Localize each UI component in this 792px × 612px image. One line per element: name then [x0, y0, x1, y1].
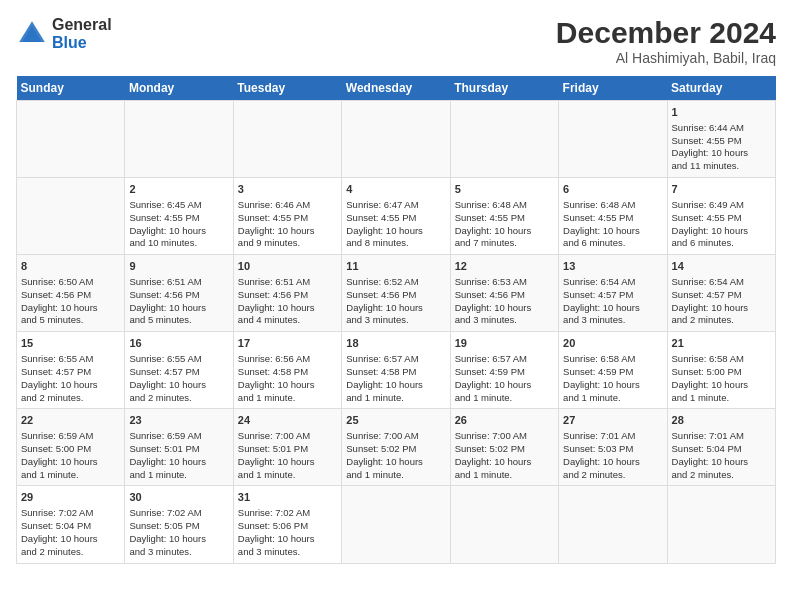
calendar-cell: 9Sunrise: 6:51 AMSunset: 4:56 PMDaylight…: [125, 255, 233, 332]
day-number: 11: [346, 259, 445, 274]
location: Al Hashimiyah, Babil, Iraq: [556, 50, 776, 66]
calendar-cell: 14Sunrise: 6:54 AMSunset: 4:57 PMDayligh…: [667, 255, 775, 332]
day-header-monday: Monday: [125, 76, 233, 101]
calendar-cell: [233, 101, 341, 178]
calendar-cell: 11Sunrise: 6:52 AMSunset: 4:56 PMDayligh…: [342, 255, 450, 332]
day-number: 19: [455, 336, 554, 351]
week-row-2: 2Sunrise: 6:45 AMSunset: 4:55 PMDaylight…: [17, 178, 776, 255]
day-number: 30: [129, 490, 228, 505]
calendar-cell: 21Sunrise: 6:58 AMSunset: 5:00 PMDayligh…: [667, 332, 775, 409]
day-number: 24: [238, 413, 337, 428]
day-header-friday: Friday: [559, 76, 667, 101]
title-block: December 2024 Al Hashimiyah, Babil, Iraq: [556, 16, 776, 66]
calendar-cell: 4Sunrise: 6:47 AMSunset: 4:55 PMDaylight…: [342, 178, 450, 255]
calendar-cell: 12Sunrise: 6:53 AMSunset: 4:56 PMDayligh…: [450, 255, 558, 332]
day-number: 4: [346, 182, 445, 197]
day-number: 12: [455, 259, 554, 274]
header-row: SundayMondayTuesdayWednesdayThursdayFrid…: [17, 76, 776, 101]
calendar-cell: 24Sunrise: 7:00 AMSunset: 5:01 PMDayligh…: [233, 409, 341, 486]
calendar-cell: 8Sunrise: 6:50 AMSunset: 4:56 PMDaylight…: [17, 255, 125, 332]
calendar-cell: 10Sunrise: 6:51 AMSunset: 4:56 PMDayligh…: [233, 255, 341, 332]
calendar-cell: 28Sunrise: 7:01 AMSunset: 5:04 PMDayligh…: [667, 409, 775, 486]
calendar-cell: [17, 178, 125, 255]
day-number: 22: [21, 413, 120, 428]
calendar-cell: 3Sunrise: 6:46 AMSunset: 4:55 PMDaylight…: [233, 178, 341, 255]
day-number: 23: [129, 413, 228, 428]
calendar-cell: 17Sunrise: 6:56 AMSunset: 4:58 PMDayligh…: [233, 332, 341, 409]
day-number: 20: [563, 336, 662, 351]
calendar-cell: 13Sunrise: 6:54 AMSunset: 4:57 PMDayligh…: [559, 255, 667, 332]
calendar-page: General Blue December 2024 Al Hashimiyah…: [0, 0, 792, 612]
day-number: 27: [563, 413, 662, 428]
day-number: 6: [563, 182, 662, 197]
calendar-cell: 6Sunrise: 6:48 AMSunset: 4:55 PMDaylight…: [559, 178, 667, 255]
week-row-6: 29Sunrise: 7:02 AMSunset: 5:04 PMDayligh…: [17, 486, 776, 563]
logo-icon: [16, 18, 48, 50]
day-number: 5: [455, 182, 554, 197]
calendar-cell: 1Sunrise: 6:44 AMSunset: 4:55 PMDaylight…: [667, 101, 775, 178]
week-row-4: 15Sunrise: 6:55 AMSunset: 4:57 PMDayligh…: [17, 332, 776, 409]
day-header-tuesday: Tuesday: [233, 76, 341, 101]
header: General Blue December 2024 Al Hashimiyah…: [16, 16, 776, 66]
day-number: 25: [346, 413, 445, 428]
day-number: 16: [129, 336, 228, 351]
logo: General Blue: [16, 16, 112, 51]
calendar-cell: 25Sunrise: 7:00 AMSunset: 5:02 PMDayligh…: [342, 409, 450, 486]
calendar-cell: 19Sunrise: 6:57 AMSunset: 4:59 PMDayligh…: [450, 332, 558, 409]
day-number: 28: [672, 413, 771, 428]
calendar-cell: [17, 101, 125, 178]
calendar-cell: 20Sunrise: 6:58 AMSunset: 4:59 PMDayligh…: [559, 332, 667, 409]
day-number: 18: [346, 336, 445, 351]
week-row-3: 8Sunrise: 6:50 AMSunset: 4:56 PMDaylight…: [17, 255, 776, 332]
week-row-5: 22Sunrise: 6:59 AMSunset: 5:00 PMDayligh…: [17, 409, 776, 486]
day-number: 17: [238, 336, 337, 351]
logo-blue: Blue: [52, 34, 112, 52]
calendar-cell: 29Sunrise: 7:02 AMSunset: 5:04 PMDayligh…: [17, 486, 125, 563]
calendar-cell: 31Sunrise: 7:02 AMSunset: 5:06 PMDayligh…: [233, 486, 341, 563]
day-number: 15: [21, 336, 120, 351]
day-number: 3: [238, 182, 337, 197]
day-number: 7: [672, 182, 771, 197]
day-number: 13: [563, 259, 662, 274]
day-number: 14: [672, 259, 771, 274]
day-header-sunday: Sunday: [17, 76, 125, 101]
day-number: 2: [129, 182, 228, 197]
calendar-cell: [559, 101, 667, 178]
calendar-cell: 22Sunrise: 6:59 AMSunset: 5:00 PMDayligh…: [17, 409, 125, 486]
calendar-cell: [450, 486, 558, 563]
calendar-table: SundayMondayTuesdayWednesdayThursdayFrid…: [16, 76, 776, 564]
calendar-cell: 23Sunrise: 6:59 AMSunset: 5:01 PMDayligh…: [125, 409, 233, 486]
calendar-cell: 27Sunrise: 7:01 AMSunset: 5:03 PMDayligh…: [559, 409, 667, 486]
calendar-cell: 2Sunrise: 6:45 AMSunset: 4:55 PMDaylight…: [125, 178, 233, 255]
day-number: 21: [672, 336, 771, 351]
calendar-cell: [342, 101, 450, 178]
logo-text: General Blue: [52, 16, 112, 51]
day-number: 29: [21, 490, 120, 505]
calendar-cell: [450, 101, 558, 178]
calendar-cell: [667, 486, 775, 563]
calendar-cell: [125, 101, 233, 178]
calendar-cell: 26Sunrise: 7:00 AMSunset: 5:02 PMDayligh…: [450, 409, 558, 486]
calendar-cell: 7Sunrise: 6:49 AMSunset: 4:55 PMDaylight…: [667, 178, 775, 255]
day-header-saturday: Saturday: [667, 76, 775, 101]
month-title: December 2024: [556, 16, 776, 50]
day-header-wednesday: Wednesday: [342, 76, 450, 101]
logo-general: General: [52, 16, 112, 34]
day-number: 1: [672, 105, 771, 120]
calendar-cell: [559, 486, 667, 563]
day-number: 10: [238, 259, 337, 274]
calendar-cell: [342, 486, 450, 563]
day-number: 9: [129, 259, 228, 274]
week-row-1: 1Sunrise: 6:44 AMSunset: 4:55 PMDaylight…: [17, 101, 776, 178]
day-number: 26: [455, 413, 554, 428]
calendar-cell: 16Sunrise: 6:55 AMSunset: 4:57 PMDayligh…: [125, 332, 233, 409]
calendar-cell: 5Sunrise: 6:48 AMSunset: 4:55 PMDaylight…: [450, 178, 558, 255]
calendar-cell: 30Sunrise: 7:02 AMSunset: 5:05 PMDayligh…: [125, 486, 233, 563]
day-number: 31: [238, 490, 337, 505]
day-header-thursday: Thursday: [450, 76, 558, 101]
day-number: 8: [21, 259, 120, 274]
calendar-cell: 18Sunrise: 6:57 AMSunset: 4:58 PMDayligh…: [342, 332, 450, 409]
calendar-cell: 15Sunrise: 6:55 AMSunset: 4:57 PMDayligh…: [17, 332, 125, 409]
